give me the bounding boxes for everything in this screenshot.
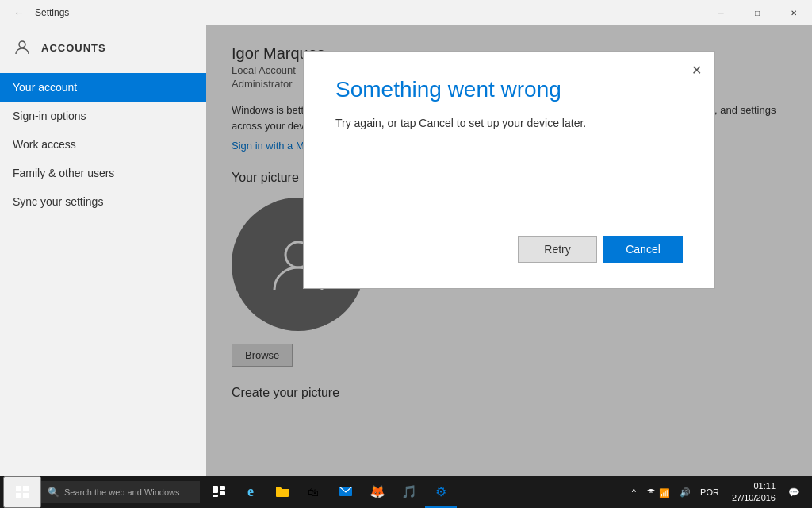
error-dialog: ✕ Something went wrong Try again, or tap… <box>303 51 715 289</box>
taskbar-app-media[interactable]: 🎵 <box>393 476 425 508</box>
dialog-close-button[interactable]: ✕ <box>684 58 708 82</box>
svg-rect-6 <box>213 486 218 493</box>
taskbar: 🔍 Search the web and Windows e 🛍 <box>0 476 812 508</box>
svg-point-0 <box>19 41 25 48</box>
taskbar-app-settings[interactable]: ⚙ <box>425 476 457 508</box>
minimize-button[interactable]: ─ <box>703 0 739 25</box>
svg-rect-5 <box>23 493 29 498</box>
taskbar-search[interactable]: 🔍 Search the web and Windows <box>41 481 200 503</box>
sidebar-nav: Your account Sign-in options Work access… <box>0 73 206 216</box>
window-title: Settings <box>35 7 69 18</box>
dialog-title: Something went wrong <box>335 77 683 102</box>
start-button[interactable] <box>3 476 41 508</box>
svg-text:🛍: 🛍 <box>308 486 319 498</box>
dialog-overlay: ✕ Something went wrong Try again, or tap… <box>206 25 812 508</box>
sidebar: ACCOUNTS Your account Sign-in options Wo… <box>0 25 206 508</box>
svg-rect-9 <box>213 495 218 497</box>
svg-rect-7 <box>220 486 225 490</box>
sidebar-item-sign-in-options[interactable]: Sign-in options <box>0 102 206 130</box>
svg-rect-8 <box>220 491 225 495</box>
tray-network[interactable]: 📶 <box>642 487 673 498</box>
tray-language[interactable]: POR <box>697 487 722 497</box>
taskbar-tray: ^ 📶 🔊 POR 01:11 27/10/2016 💬 <box>629 480 809 505</box>
maximize-button[interactable]: □ <box>739 0 776 25</box>
clock-time: 01:11 <box>732 480 776 492</box>
sidebar-header: ACCOUNTS <box>0 25 206 70</box>
retry-button[interactable]: Retry <box>518 236 597 263</box>
taskbar-app-file-explorer[interactable] <box>266 476 298 508</box>
taskbar-app-firefox[interactable]: 🦊 <box>362 476 393 508</box>
sidebar-item-your-account[interactable]: Your account <box>0 73 206 102</box>
window-controls: ─ □ ✕ <box>703 0 812 25</box>
taskbar-app-edge[interactable]: e <box>235 476 266 508</box>
title-bar: ← Settings ─ □ ✕ <box>0 0 812 25</box>
tray-volume[interactable]: 🔊 <box>676 487 694 498</box>
svg-rect-3 <box>23 486 29 491</box>
accounts-icon <box>13 38 32 57</box>
sidebar-item-family-other-users[interactable]: Family & other users <box>0 159 206 187</box>
taskbar-clock[interactable]: 01:11 27/10/2016 <box>726 480 782 505</box>
main-content: Igor Marques Local Account Administrator… <box>206 25 812 508</box>
cancel-button[interactable]: Cancel <box>603 236 683 263</box>
sidebar-title: ACCOUNTS <box>41 42 106 54</box>
back-button[interactable]: ← <box>6 0 32 25</box>
app-container: ACCOUNTS Your account Sign-in options Wo… <box>0 25 812 508</box>
tray-notifications[interactable]: 💬 <box>785 487 802 498</box>
sidebar-item-work-access[interactable]: Work access <box>0 130 206 159</box>
taskbar-app-store[interactable]: 🛍 <box>298 476 330 508</box>
sidebar-item-sync-your-settings[interactable]: Sync your settings <box>0 187 206 216</box>
tray-chevron[interactable]: ^ <box>629 487 639 497</box>
svg-rect-2 <box>16 486 21 491</box>
taskbar-app-task-view[interactable] <box>203 476 235 508</box>
close-button[interactable]: ✕ <box>776 0 812 25</box>
dialog-actions: Retry Cancel <box>335 236 683 263</box>
taskbar-app-mail[interactable] <box>330 476 362 508</box>
search-placeholder: Search the web and Windows <box>64 487 180 497</box>
clock-date: 27/10/2016 <box>732 492 776 504</box>
taskbar-apps: e 🛍 🦊 🎵 ⚙ <box>203 476 457 508</box>
dialog-message: Try again, or tap Cancel to set up your … <box>335 115 683 204</box>
svg-rect-4 <box>16 493 21 498</box>
search-icon: 🔍 <box>48 487 59 498</box>
